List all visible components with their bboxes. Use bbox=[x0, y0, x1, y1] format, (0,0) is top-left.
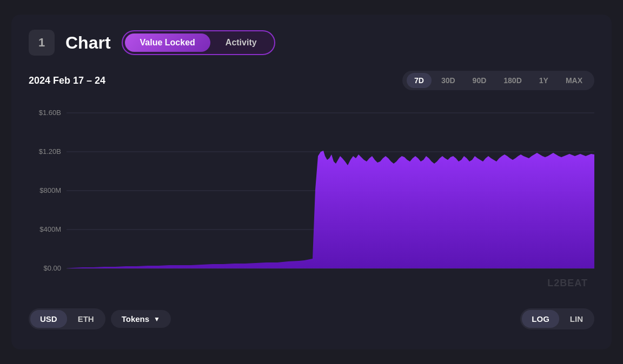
time-btn-1y[interactable]: 1Y bbox=[532, 73, 556, 88]
chart-area: $1.60B $1.20B $800M $400M $0.00 L2BEAT bbox=[29, 98, 594, 298]
currency-group: USD ETH bbox=[29, 308, 105, 329]
svg-text:$1.20B: $1.20B bbox=[39, 147, 61, 156]
svg-text:$1.60B: $1.60B bbox=[39, 109, 61, 117]
tab-activity[interactable]: Activity bbox=[210, 33, 272, 52]
time-buttons: 7D 30D 90D 180D 1Y MAX bbox=[402, 71, 594, 90]
btn-usd[interactable]: USD bbox=[30, 310, 67, 328]
svg-text:$400M: $400M bbox=[39, 225, 61, 233]
main-container: 1 Chart Value Locked Activity 2024 Feb 1… bbox=[11, 15, 612, 349]
chart-title: Chart bbox=[65, 33, 111, 53]
tab-group: Value Locked Activity bbox=[122, 30, 275, 55]
scale-group: LOG LIN bbox=[520, 308, 594, 329]
tokens-dropdown[interactable]: Tokens ▼ bbox=[111, 310, 171, 328]
time-btn-30d[interactable]: 30D bbox=[434, 73, 463, 88]
tab-value-locked[interactable]: Value Locked bbox=[125, 33, 210, 52]
time-btn-max[interactable]: MAX bbox=[558, 73, 590, 88]
bottom-controls: USD ETH Tokens ▼ LOG LIN bbox=[29, 308, 594, 329]
chevron-down-icon: ▼ bbox=[154, 315, 160, 323]
btn-lin[interactable]: LIN bbox=[560, 310, 593, 328]
svg-text:$0.00: $0.00 bbox=[43, 264, 61, 272]
chart-number: 1 bbox=[29, 30, 55, 56]
btn-log[interactable]: LOG bbox=[522, 310, 559, 328]
time-btn-90d[interactable]: 90D bbox=[465, 73, 494, 88]
watermark: L2BEAT bbox=[547, 278, 588, 289]
header: 1 Chart Value Locked Activity bbox=[29, 30, 594, 56]
chart-svg: $1.60B $1.20B $800M $400M $0.00 bbox=[29, 98, 594, 298]
btn-eth[interactable]: ETH bbox=[68, 310, 104, 328]
left-controls: USD ETH Tokens ▼ bbox=[29, 308, 171, 329]
date-range: 2024 Feb 17 – 24 bbox=[29, 75, 105, 86]
svg-text:$800M: $800M bbox=[39, 186, 61, 194]
time-btn-7d[interactable]: 7D bbox=[407, 73, 432, 88]
chart-controls-top: 2024 Feb 17 – 24 7D 30D 90D 180D 1Y MAX bbox=[29, 71, 594, 90]
time-btn-180d[interactable]: 180D bbox=[496, 73, 529, 88]
tokens-label: Tokens bbox=[122, 314, 149, 323]
